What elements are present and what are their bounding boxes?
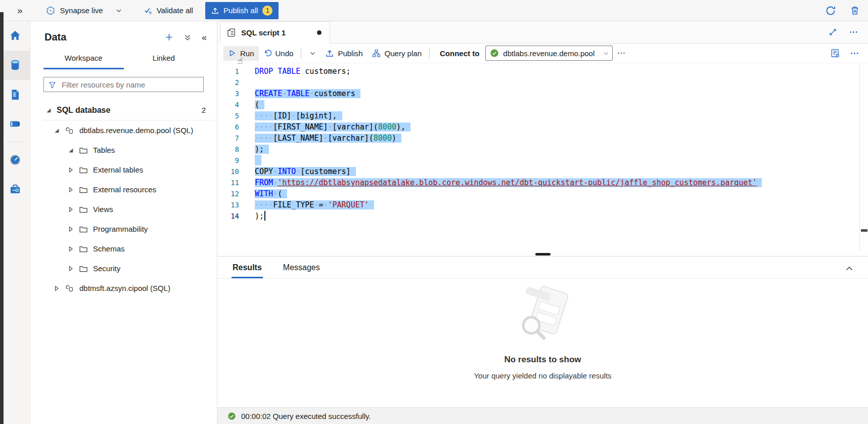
- code-line[interactable]: 10COPY·INTO·[customers]: [217, 166, 868, 177]
- expand-topnav-icon[interactable]: »: [17, 5, 23, 16]
- tab-linked[interactable]: Linked: [124, 49, 204, 69]
- tab-messages[interactable]: Messages: [282, 259, 321, 278]
- code-line[interactable]: 11FROM·'https://dbtlabsynapsedatalake.bl…: [217, 177, 868, 188]
- chevron-down-icon[interactable]: [115, 7, 122, 14]
- line-number[interactable]: 6: [217, 121, 255, 133]
- line-number[interactable]: 3: [217, 88, 255, 99]
- selection-highlight: ····[LAST_NAME]·[varchar](8000): [255, 134, 401, 143]
- nav-develop[interactable]: [0, 80, 30, 109]
- filter-box[interactable]: [43, 77, 204, 92]
- publish-button[interactable]: Publish: [321, 46, 367, 61]
- nav-home[interactable]: [0, 21, 30, 51]
- workspace-mode-dropdown[interactable]: Synapse live: [46, 6, 122, 15]
- collapsed-arrow-icon[interactable]: [68, 206, 74, 213]
- code-line[interactable]: 5····[ID]·[bigint],: [217, 110, 868, 121]
- collapsed-arrow-icon[interactable]: [68, 167, 74, 173]
- collapse-all-icon[interactable]: [184, 33, 192, 41]
- validate-all-label: Validate all: [157, 6, 193, 15]
- line-number[interactable]: 8: [217, 144, 255, 155]
- editor-scrollbar[interactable]: [859, 63, 868, 252]
- tree-item[interactable]: External tables: [30, 160, 217, 180]
- code-line[interactable]: 14);: [217, 210, 868, 222]
- line-number[interactable]: 14: [217, 210, 255, 222]
- code-line[interactable]: 9: [217, 155, 868, 166]
- no-results-illustration: [500, 286, 586, 347]
- validate-all-button[interactable]: Validate all: [140, 3, 197, 18]
- tab-workspace[interactable]: Workspace: [43, 49, 124, 69]
- publish-label: Publish: [338, 49, 362, 58]
- expanded-arrow-icon[interactable]: [54, 128, 60, 134]
- gauge-icon: [9, 153, 22, 166]
- collapsed-arrow-icon[interactable]: [68, 246, 74, 252]
- toolbar-more-button[interactable]: [613, 46, 630, 60]
- undo-button[interactable]: Undo: [259, 46, 298, 61]
- tab-more-icon[interactable]: [849, 28, 858, 36]
- selection-highlight: WITH·(: [255, 189, 287, 198]
- expand-editor-icon[interactable]: [829, 28, 837, 36]
- trash-icon[interactable]: [850, 6, 860, 16]
- publish-all-button[interactable]: Publish all 1: [205, 2, 279, 19]
- code-line[interactable]: 6····[FIRST_NAME]·[varchar](8000),: [217, 121, 868, 133]
- results-splitter[interactable]: [217, 252, 868, 257]
- selection-highlight: [255, 155, 261, 165]
- code-line[interactable]: 1DROP TABLE customers;: [217, 66, 868, 77]
- tree-item[interactable]: SQL database2: [30, 100, 217, 120]
- selection-highlight: FROM·'https://dbtlabsynapsedatalake.blob…: [255, 178, 762, 187]
- tree-item[interactable]: dbtlabs.revenue.demo.pool (SQL): [30, 120, 217, 140]
- tree-item[interactable]: Programmability: [30, 219, 217, 239]
- line-number[interactable]: 9: [217, 155, 255, 166]
- line-number[interactable]: 4: [217, 99, 255, 110]
- collapsed-arrow-icon[interactable]: [68, 226, 74, 232]
- sql-script-tab[interactable]: SQL script 1: [220, 21, 330, 44]
- code-line[interactable]: 8);: [217, 144, 868, 155]
- filter-input[interactable]: [61, 80, 199, 90]
- expanded-arrow-icon[interactable]: [45, 107, 52, 113]
- nav-manage[interactable]: [0, 175, 30, 204]
- chevron-up-icon: [845, 264, 854, 273]
- collapse-results-button[interactable]: [845, 264, 854, 278]
- add-resource-icon[interactable]: [165, 33, 173, 41]
- code-line[interactable]: 13····FILE_TYPE·=·'PARQUET': [217, 199, 868, 210]
- expanded-arrow-icon[interactable]: [68, 147, 74, 153]
- pipeline-icon: [9, 117, 22, 131]
- line-number[interactable]: 2: [217, 77, 255, 88]
- code-line[interactable]: 2: [217, 77, 868, 88]
- tree-item[interactable]: External resources: [30, 180, 217, 199]
- tree-item[interactable]: dbtmsft.azsyn.cipool (SQL): [30, 278, 217, 298]
- properties-icon[interactable]: [831, 49, 840, 58]
- connect-to-select[interactable]: dbtlabs.revenue.demo.pool: [485, 46, 613, 61]
- selection-highlight: CREATE·TABLE·customers: [255, 89, 360, 98]
- line-number[interactable]: 5: [217, 110, 255, 121]
- line-number[interactable]: 12: [217, 188, 255, 199]
- run-options-chevron[interactable]: [304, 47, 321, 60]
- refresh-icon[interactable]: [826, 6, 836, 16]
- sql-code-editor[interactable]: 1DROP TABLE customers;23CREATE·TABLE·cus…: [217, 63, 868, 252]
- query-status-bar: 00:00:02 Query executed successfully.: [217, 407, 868, 424]
- line-number[interactable]: 10: [217, 166, 255, 177]
- more-icon[interactable]: [850, 49, 859, 58]
- code-line[interactable]: 4(: [217, 99, 868, 110]
- tab-results[interactable]: Results: [232, 259, 263, 278]
- nav-data[interactable]: [0, 51, 30, 80]
- line-number[interactable]: 11: [217, 177, 255, 188]
- collapsed-arrow-icon[interactable]: [68, 187, 74, 193]
- tree-item[interactable]: Tables: [30, 140, 217, 160]
- collapse-panel-icon[interactable]: «: [202, 33, 207, 42]
- nav-integrate[interactable]: [0, 109, 30, 139]
- tree-item[interactable]: Views: [30, 199, 217, 219]
- line-number[interactable]: 13: [217, 199, 255, 210]
- code-line[interactable]: 3CREATE·TABLE·customers: [217, 88, 868, 99]
- code-line[interactable]: 12WITH·(: [217, 188, 868, 199]
- home-icon: [9, 29, 22, 43]
- line-number[interactable]: 7: [217, 133, 255, 144]
- collapsed-arrow-icon[interactable]: [68, 266, 74, 272]
- splitter-drag-handle[interactable]: [535, 253, 551, 256]
- tree-item[interactable]: Security: [30, 259, 217, 278]
- line-number[interactable]: 1: [217, 66, 255, 77]
- nav-monitor[interactable]: [0, 145, 30, 175]
- collapsed-arrow-icon[interactable]: [54, 285, 60, 291]
- tree-item[interactable]: Schemas: [30, 239, 217, 259]
- tree-item-label: SQL database: [57, 106, 110, 115]
- code-line[interactable]: 7····[LAST_NAME]·[varchar](8000): [217, 133, 868, 144]
- query-plan-button[interactable]: Query plan: [368, 46, 426, 61]
